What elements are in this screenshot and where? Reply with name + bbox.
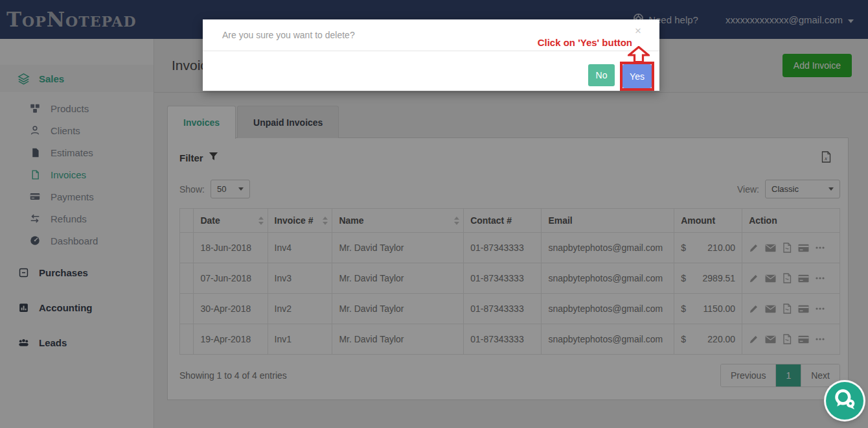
no-button[interactable]: No: [588, 64, 615, 86]
modal-message: Are you sure you want to delete?: [222, 30, 355, 40]
modal-divider: [203, 51, 659, 51]
chat-widget-button[interactable]: [826, 382, 863, 420]
yes-button-highlight-box: Yes: [620, 62, 654, 91]
yes-button[interactable]: Yes: [622, 64, 652, 88]
delete-confirm-modal: Are you sure you want to delete? × No Ye…: [203, 19, 659, 91]
chat-bubbles-icon: [833, 388, 856, 413]
up-arrow-icon: [628, 46, 650, 65]
annotation-text: Click on 'Yes' button: [538, 37, 632, 48]
close-icon[interactable]: ×: [635, 25, 641, 38]
